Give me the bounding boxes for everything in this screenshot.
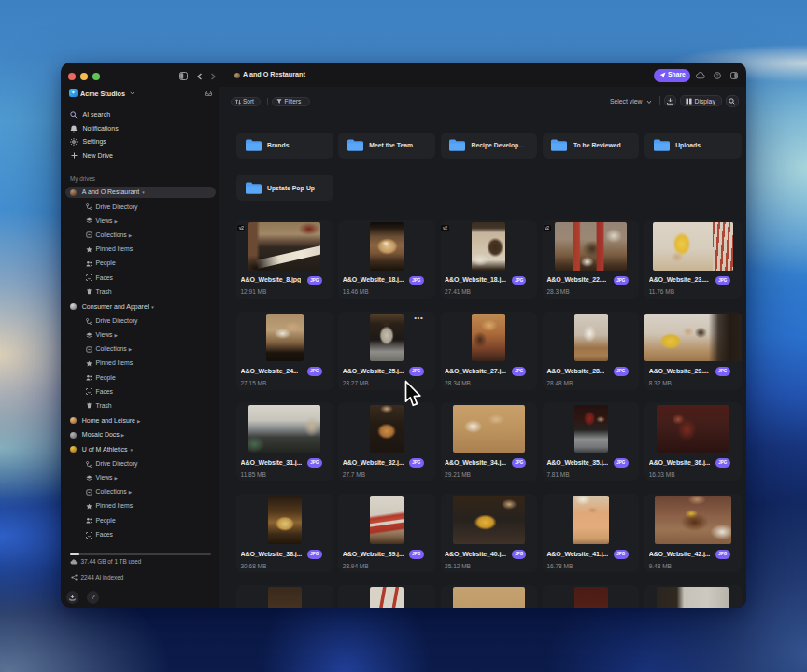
svg-text:?: ? xyxy=(716,73,719,78)
